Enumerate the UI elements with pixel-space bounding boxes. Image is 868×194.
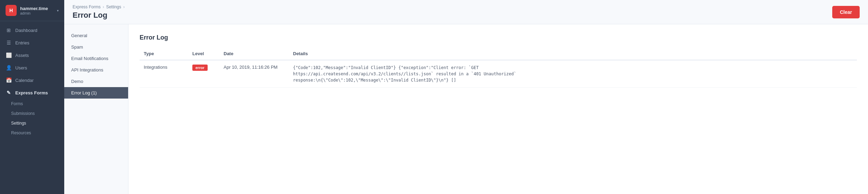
brand-avatar: H (6, 5, 17, 16)
details-text: {"Code":102,"Message":"Invalid ClientID"… (293, 65, 606, 83)
main-panel: Error Log Type Level Date Details Integr… (128, 24, 868, 194)
sidebar-item-express-forms[interactable]: ✎ Express Forms (0, 86, 64, 99)
col-header-details: Details (289, 48, 857, 60)
content-area: General Spam Email Notifications API Int… (64, 24, 868, 194)
forms-label: Forms (11, 101, 23, 106)
brand-role: admin (20, 11, 48, 15)
menu-item-spam[interactable]: Spam (64, 41, 128, 53)
submissions-label: Submissions (11, 111, 35, 116)
menu-item-email-notifications[interactable]: Email Notifications (64, 53, 128, 64)
sidebar-item-label: Users (15, 65, 27, 70)
col-header-level: Level (188, 48, 219, 60)
sidebar-item-label: Assets (15, 53, 29, 58)
sidebar-item-entries[interactable]: ☰ Entries (0, 36, 64, 49)
table-row: Integrations error Apr 10, 2019, 11:16:2… (140, 60, 857, 88)
cell-details: {"Code":102,"Message":"Invalid ClientID"… (289, 60, 857, 88)
dashboard-icon: ⊞ (6, 27, 12, 33)
page-title: Error Log (73, 11, 832, 20)
menu-item-api-integrations[interactable]: API Integrations (64, 64, 128, 76)
sidebar-nav: ⊞ Dashboard ☰ Entries ⬜ Assets 👤 Users 📅… (0, 21, 64, 194)
sidebar-item-users[interactable]: 👤 Users (0, 61, 64, 74)
settings-label: Settings (11, 121, 26, 126)
calendar-icon: 📅 (6, 77, 12, 83)
cell-level: error (188, 60, 219, 88)
sidebar-item-assets[interactable]: ⬜ Assets (0, 49, 64, 61)
sidebar-item-label: Dashboard (15, 28, 37, 33)
brand-area[interactable]: H hammer.time admin ▾ (0, 0, 64, 21)
table-header: Type Level Date Details (140, 48, 857, 60)
menu-item-error-log[interactable]: Error Log (1) (64, 87, 128, 99)
sidebar-item-dashboard[interactable]: ⊞ Dashboard (0, 24, 64, 36)
cell-type: Integrations (140, 60, 188, 88)
entries-icon: ☰ (6, 40, 12, 46)
error-log-table: Type Level Date Details Integrations err… (140, 48, 857, 88)
panel-title: Error Log (140, 34, 857, 41)
sidebar-item-label: Calendar (15, 78, 34, 83)
breadcrumb: Express Forms › Settings › (73, 5, 832, 9)
chevron-down-icon: ▾ (57, 9, 59, 12)
menu-item-demo[interactable]: Demo (64, 76, 128, 87)
sidebar-item-label: Express Forms (15, 90, 48, 95)
clear-button[interactable]: Clear (832, 6, 860, 18)
users-icon: 👤 (6, 65, 12, 71)
topbar: Express Forms › Settings › Error Log Cle… (64, 0, 868, 24)
topbar-info: Express Forms › Settings › Error Log (73, 5, 832, 20)
breadcrumb-settings[interactable]: Settings (106, 5, 121, 9)
resources-label: Resources (11, 130, 31, 135)
col-header-date: Date (219, 48, 289, 60)
error-badge: error (192, 65, 208, 71)
main-content: Express Forms › Settings › Error Log Cle… (64, 0, 868, 194)
sidebar-item-label: Entries (15, 40, 29, 45)
sidebar-subitem-resources[interactable]: Resources (0, 128, 64, 138)
topbar-actions: Clear (832, 6, 860, 18)
brand-name: hammer.time (20, 6, 48, 11)
sidebar-subitem-submissions[interactable]: Submissions (0, 109, 64, 118)
sidebar-item-calendar[interactable]: 📅 Calendar (0, 74, 64, 86)
cell-date: Apr 10, 2019, 11:16:26 PM (219, 60, 289, 88)
breadcrumb-separator-2: › (123, 5, 125, 9)
sidebar: H hammer.time admin ▾ ⊞ Dashboard ☰ Entr… (0, 0, 64, 194)
col-header-type: Type (140, 48, 188, 60)
breadcrumb-separator-1: › (103, 5, 104, 9)
settings-left-menu: General Spam Email Notifications API Int… (64, 24, 128, 194)
menu-item-general[interactable]: General (64, 30, 128, 41)
assets-icon: ⬜ (6, 52, 12, 58)
brand-info: hammer.time admin (20, 6, 48, 15)
sidebar-subitem-forms[interactable]: Forms (0, 99, 64, 109)
table-body: Integrations error Apr 10, 2019, 11:16:2… (140, 60, 857, 88)
breadcrumb-express-forms[interactable]: Express Forms (73, 5, 101, 9)
sidebar-subitem-settings[interactable]: Settings (0, 118, 64, 128)
express-forms-icon: ✎ (6, 90, 12, 96)
